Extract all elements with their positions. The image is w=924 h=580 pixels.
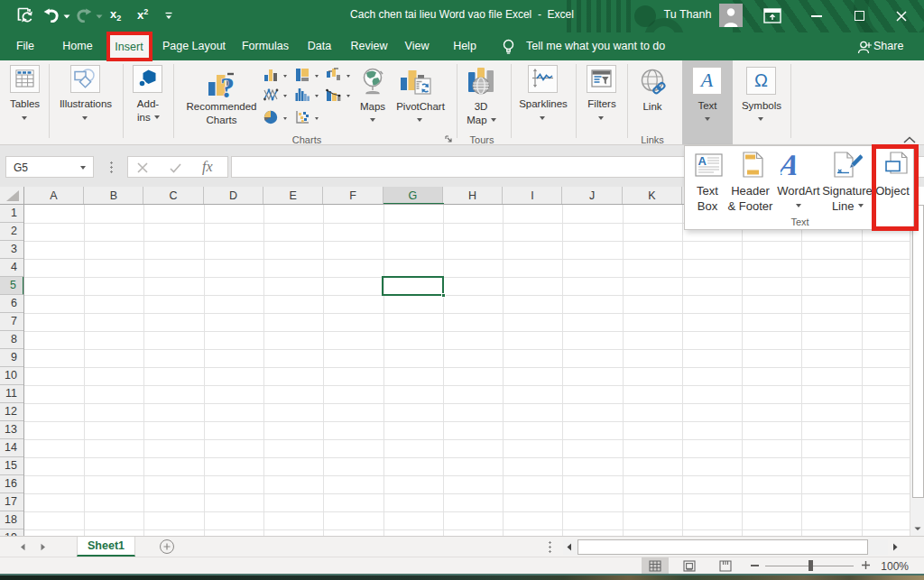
svg-text:?: ? xyxy=(220,72,235,99)
svg-text:A: A xyxy=(698,154,707,168)
svg-text:A: A xyxy=(781,152,803,178)
